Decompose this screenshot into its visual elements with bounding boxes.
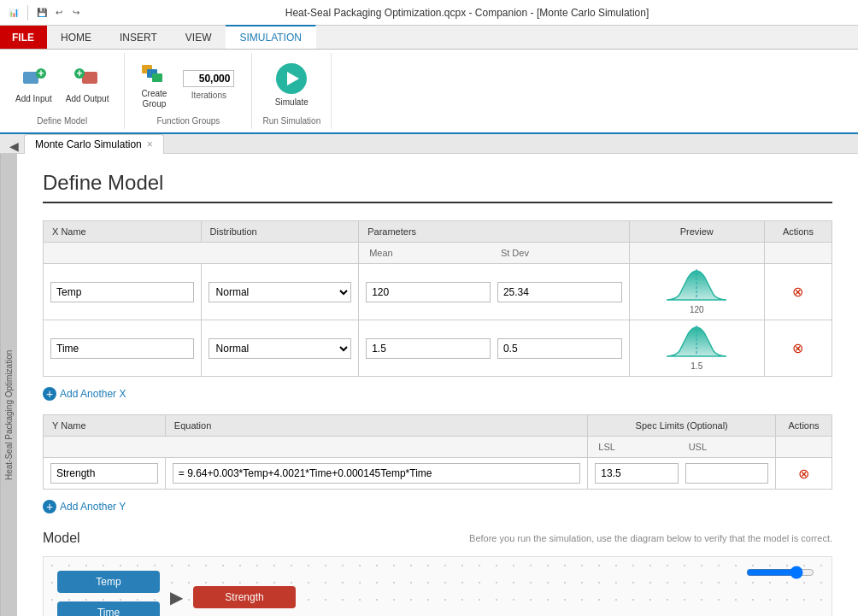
- table-row: ⊗: [44, 458, 832, 490]
- simulate-play-icon: [276, 63, 307, 94]
- run-simulation-buttons: Simulate: [268, 56, 315, 113]
- node-time: Time: [57, 601, 160, 616]
- add-input-icon: +: [20, 65, 47, 92]
- y-section: Y Name Equation Spec Limits (Optional) A…: [43, 414, 832, 513]
- add-output-button[interactable]: + Add Output: [61, 62, 115, 108]
- diagram-area: Temp Time ▶ Strength: [43, 556, 832, 616]
- window-title: Heat-Seal Packaging Optimization.qcpx - …: [83, 7, 851, 19]
- xname-input-1[interactable]: [50, 338, 194, 359]
- spec-group-0: [595, 463, 768, 484]
- plus-icon-x: +: [43, 387, 56, 401]
- col-xname: X Name: [44, 221, 202, 243]
- lsl-header: LSL: [595, 440, 678, 454]
- col-preview: Preview: [629, 221, 764, 243]
- create-group-button[interactable]: CreateGroup: [135, 56, 173, 113]
- tab-file[interactable]: FILE: [0, 26, 47, 49]
- y-table: Y Name Equation Spec Limits (Optional) A…: [43, 414, 832, 490]
- yname-input-0[interactable]: [50, 463, 158, 484]
- param-mean-header: Mean: [366, 246, 491, 260]
- param-stdev-header: St Dev: [497, 246, 622, 260]
- tab-monte-carlo[interactable]: Monte Carlo Simulation ×: [24, 134, 164, 154]
- input-nodes: Temp Time: [57, 571, 160, 616]
- params-group-0: [366, 282, 621, 302]
- add-another-y-label: Add Another Y: [60, 501, 126, 513]
- tab-home[interactable]: HOME: [47, 26, 106, 49]
- create-group-icon: [140, 60, 167, 87]
- bell-label-0: 120: [690, 305, 704, 314]
- model-header: Model Before you run the simulation, use…: [43, 531, 832, 546]
- diagram-slider-container: [746, 566, 814, 582]
- node-strength: Strength: [193, 586, 296, 608]
- redo-icon[interactable]: ↪: [69, 6, 83, 20]
- model-hint: Before you run the simulation, use the d…: [469, 533, 832, 543]
- param-headers: Mean St Dev: [366, 246, 621, 260]
- simulate-label: Simulate: [275, 97, 309, 107]
- tab-view[interactable]: VIEW: [172, 26, 226, 49]
- define-model-label: Define Model: [37, 113, 87, 126]
- page-title: Define Model: [43, 171, 832, 203]
- svg-text:+: +: [77, 67, 83, 79]
- function-group-buttons: CreateGroup Iterations: [135, 56, 241, 113]
- node-temp: Temp: [57, 571, 160, 593]
- side-label: Heat-Seal Packaging Optimization: [0, 154, 17, 616]
- x-table: X Name Distribution Parameters Preview A…: [43, 220, 832, 377]
- col-actions: Actions: [764, 221, 832, 243]
- save-icon[interactable]: 💾: [35, 6, 49, 20]
- mean-input-1[interactable]: [366, 338, 491, 359]
- function-groups-label: Function Groups: [156, 113, 220, 126]
- group-function-groups: CreateGroup Iterations Function Groups: [125, 53, 252, 129]
- table-row: Normal Uniform Triangular Lognormal: [44, 264, 832, 320]
- svg-text:+: +: [38, 67, 44, 79]
- distribution-select-0[interactable]: Normal Uniform Triangular Lognormal: [209, 282, 352, 302]
- diagram-slider[interactable]: [746, 566, 814, 579]
- title-bar: 📊 💾 ↩ ↪ Heat-Seal Packaging Optimization…: [0, 0, 858, 26]
- usl-header: USL: [685, 440, 768, 454]
- collapse-icon[interactable]: ◀: [7, 139, 21, 153]
- plus-icon-y: +: [43, 500, 56, 513]
- tab-simulation[interactable]: SIMULATION: [226, 25, 315, 49]
- add-output-icon: +: [73, 65, 101, 92]
- delete-row-1[interactable]: ⊗: [792, 341, 803, 355]
- stdev-input-0[interactable]: [497, 282, 622, 302]
- col-equation: Equation: [165, 415, 587, 437]
- preview-1: 1.5: [637, 326, 757, 371]
- content-area: Heat-Seal Packaging Optimization Define …: [0, 154, 858, 616]
- params-group-1: [366, 338, 621, 359]
- add-another-x[interactable]: + Add Another X: [43, 387, 832, 401]
- distribution-select-1[interactable]: Normal Uniform Triangular Lognormal: [209, 338, 352, 359]
- preview-0: 120: [637, 269, 757, 314]
- table-row: Normal Uniform Triangular Lognormal: [44, 320, 832, 377]
- sep: [27, 5, 28, 21]
- add-another-y[interactable]: + Add Another Y: [43, 500, 832, 513]
- xname-input-0[interactable]: [50, 282, 194, 302]
- svg-rect-8: [152, 73, 162, 82]
- usl-input-0[interactable]: [685, 463, 768, 484]
- tab-label: Monte Carlo Simulation: [35, 138, 142, 150]
- spec-headers: LSL USL: [595, 440, 768, 454]
- model-section: Model Before you run the simulation, use…: [43, 531, 832, 616]
- col-distribution: Distribution: [201, 221, 359, 243]
- equation-input-0[interactable]: [173, 463, 580, 484]
- stdev-input-1[interactable]: [497, 338, 622, 359]
- tab-close-button[interactable]: ×: [147, 138, 153, 150]
- add-input-label: Add Input: [15, 94, 52, 104]
- add-input-button[interactable]: + Add Input: [10, 62, 57, 108]
- lsl-input-0[interactable]: [595, 463, 678, 484]
- col-yname: Y Name: [44, 415, 166, 437]
- tab-strip: ◀ Monte Carlo Simulation ×: [0, 134, 858, 154]
- delete-y-row-0[interactable]: ⊗: [798, 466, 809, 481]
- simulate-button[interactable]: Simulate: [268, 60, 315, 110]
- define-model-buttons: + Add Input + Add Output: [10, 56, 114, 113]
- tab-insert[interactable]: INSERT: [106, 26, 172, 49]
- col-speclimits: Spec Limits (Optional): [588, 415, 776, 437]
- add-another-x-label: Add Another X: [60, 388, 126, 400]
- group-define-model: + Add Input + Add Output Define Model: [0, 53, 125, 129]
- app-icon: 📊: [7, 6, 21, 20]
- titlebar-icons: 📊 💾 ↩ ↪: [7, 5, 83, 21]
- iterations-input[interactable]: [183, 70, 234, 87]
- undo-icon[interactable]: ↩: [52, 6, 66, 20]
- delete-row-0[interactable]: ⊗: [792, 285, 803, 299]
- iterations-control[interactable]: Iterations: [176, 67, 241, 103]
- mean-input-0[interactable]: [366, 282, 491, 302]
- col-parameters: Parameters: [359, 221, 629, 243]
